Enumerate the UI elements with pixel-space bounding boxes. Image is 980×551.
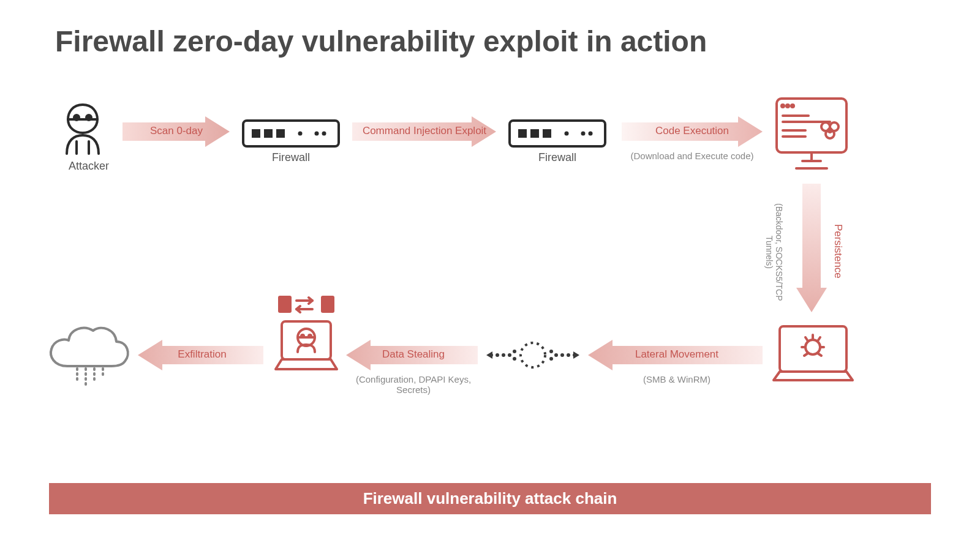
svg-rect-31 <box>780 326 846 372</box>
svg-point-51 <box>549 350 553 353</box>
attacker-icon <box>58 101 107 156</box>
firewall-1-label: Firewall <box>242 151 340 164</box>
svg-point-58 <box>301 335 304 337</box>
node-infected-host <box>772 95 851 174</box>
svg-rect-54 <box>321 296 334 313</box>
svg-rect-3 <box>252 129 260 138</box>
svg-point-8 <box>322 132 326 136</box>
arrow-lateral-label: Lateral Movement <box>609 348 744 361</box>
svg-line-35 <box>818 337 820 341</box>
node-firewall-2: Firewall <box>508 119 606 164</box>
arrow-scan-label: Scan 0-day <box>109 125 244 137</box>
arrow-exfil-label: Exfiltration <box>135 348 270 361</box>
attacker-label: Attacker <box>58 160 119 173</box>
arrow-persistence <box>796 184 827 312</box>
infected-monitor-icon <box>772 95 851 174</box>
svg-point-48 <box>560 353 564 357</box>
svg-point-44 <box>508 353 511 357</box>
svg-line-38 <box>804 353 808 356</box>
arrow-inject: Command Injection Exploit <box>352 116 496 147</box>
arrow-exfil: Exfiltration <box>138 340 263 370</box>
arrow-codeexec-label: Code Execution <box>625 125 760 137</box>
cloud-icon <box>43 318 135 392</box>
arrow-codeexec: Code Execution (Download and Execute cod… <box>622 116 763 147</box>
node-cloud <box>43 318 135 392</box>
svg-point-40 <box>521 343 545 367</box>
firewall-icon <box>508 119 606 148</box>
arrow-lateral: Lateral Movement (SMB & WinRM) <box>588 340 763 370</box>
svg-rect-10 <box>518 129 527 138</box>
arrow-persistence-sub: (Backdoor, SOCKS5/TCP Tunnels) <box>764 197 784 307</box>
svg-rect-4 <box>264 129 273 138</box>
svg-point-13 <box>565 132 569 136</box>
svg-rect-11 <box>530 129 539 138</box>
data-theft-icon <box>270 291 343 389</box>
arrow-lateral-sub: (SMB & WinRM) <box>609 374 744 384</box>
svg-rect-5 <box>276 129 285 138</box>
svg-rect-53 <box>278 296 292 313</box>
svg-point-22 <box>791 105 794 107</box>
infected-laptop-icon <box>769 321 858 389</box>
svg-line-34 <box>805 337 808 341</box>
svg-point-20 <box>782 105 784 107</box>
svg-point-43 <box>502 353 505 357</box>
arrow-persistence-label: Persistence <box>832 208 844 294</box>
svg-line-39 <box>818 353 821 356</box>
svg-point-49 <box>567 353 570 357</box>
svg-point-1 <box>86 115 91 120</box>
arrow-steal-label: Data Stealing <box>346 348 481 361</box>
arrow-steal-sub: (Configuration, DPAPI Keys, Secrets) <box>343 374 484 395</box>
footer-caption: Firewall vulnerability attack chain <box>49 483 931 514</box>
svg-point-6 <box>298 132 303 136</box>
svg-point-46 <box>513 357 516 361</box>
node-data-theft <box>270 291 343 389</box>
svg-point-42 <box>496 353 499 357</box>
svg-rect-55 <box>282 321 331 359</box>
arrow-scan: Scan 0-day <box>123 116 230 147</box>
svg-rect-12 <box>543 129 551 138</box>
arrow-inject-label: Command Injection Exploit <box>357 125 492 137</box>
node-compromised-laptop <box>769 321 858 389</box>
svg-point-14 <box>581 132 586 136</box>
network-icon <box>484 331 582 380</box>
firewall-2-label: Firewall <box>508 151 606 164</box>
svg-point-52 <box>549 357 553 361</box>
arrow-steal: Data Stealing (Configuration, DPAPI Keys… <box>346 340 478 370</box>
node-firewall-1: Firewall <box>242 119 340 164</box>
arrow-codeexec-sub: (Download and Execute code) <box>616 151 769 161</box>
svg-point-47 <box>554 353 558 357</box>
svg-point-15 <box>589 132 593 136</box>
svg-point-7 <box>315 132 319 136</box>
svg-point-59 <box>309 335 311 337</box>
svg-point-30 <box>828 129 832 132</box>
svg-point-21 <box>786 105 789 107</box>
node-lateral-network <box>484 331 582 380</box>
page-title: Firewall zero-day vulnerability exploit … <box>55 24 707 58</box>
svg-point-0 <box>74 115 79 120</box>
svg-point-45 <box>513 350 516 353</box>
firewall-icon <box>242 119 340 148</box>
